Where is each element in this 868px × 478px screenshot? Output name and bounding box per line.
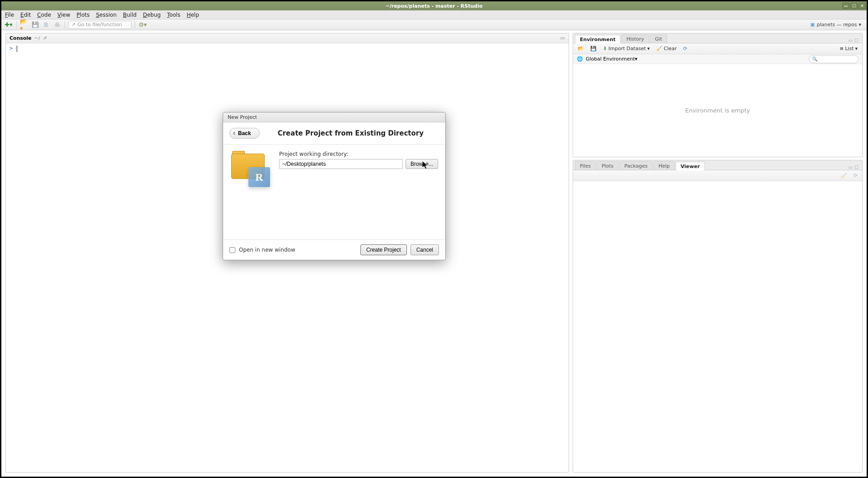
project-label: planets — repos	[817, 22, 857, 28]
maximize-button[interactable]: ☐	[850, 3, 858, 9]
tab-history[interactable]: History	[621, 34, 649, 43]
refresh-icon[interactable]: ⟳	[681, 45, 689, 52]
files-pane: Files Plots Packages Help Viewer ▭ ☐ 🧹 ⟳	[573, 160, 863, 473]
cancel-button[interactable]: Cancel	[411, 244, 439, 255]
separator	[135, 21, 135, 28]
clear-button[interactable]: 🧹 Clear	[654, 45, 679, 52]
menu-plots[interactable]: Plots	[77, 12, 90, 18]
env-save-icon[interactable]: 💾	[588, 45, 598, 52]
menu-view[interactable]: View	[57, 12, 70, 18]
save-icon[interactable]: 💾	[31, 21, 40, 29]
viewer-refresh-icon[interactable]: ⟳	[852, 172, 859, 179]
tab-git[interactable]: Git	[650, 34, 667, 43]
viewer-clear-icon[interactable]: 🧹	[839, 172, 849, 179]
goto-file-input[interactable]: ↗ Go to file/function	[68, 21, 131, 29]
globe-icon: 🌐	[577, 56, 583, 62]
env-open-icon[interactable]: 📂	[576, 45, 586, 52]
scope-label: Global Environment	[586, 56, 635, 62]
open-new-window-label: Open in new window	[239, 247, 295, 253]
console-prompt: >	[9, 45, 13, 52]
menu-file[interactable]: File	[5, 12, 14, 18]
tab-viewer[interactable]: Viewer	[676, 162, 705, 170]
save-all-icon[interactable]: 🗎	[42, 21, 51, 29]
view-mode-button[interactable]: ≡ List▾	[838, 45, 859, 52]
env-empty-message: Environment is empty	[573, 64, 862, 157]
open-file-icon[interactable]: 📂▾	[20, 21, 29, 29]
folder-r-icon: R	[230, 151, 271, 192]
viewer-toolbar: 🧹 ⟳	[573, 170, 862, 181]
addins-icon[interactable]: ⚙▾	[138, 21, 147, 29]
new-file-icon[interactable]: ✚▾	[4, 21, 13, 29]
pane-collapse-icon[interactable]: ▭	[849, 165, 853, 170]
dialog-title: New Project	[223, 112, 445, 122]
menu-debug[interactable]: Debug	[143, 12, 160, 18]
console-header: Console ~/ ⇗ ▭	[6, 33, 569, 43]
console-link-icon[interactable]: ⇗	[43, 35, 47, 41]
window-title: ~/repos/planets - master - RStudio	[386, 3, 483, 9]
pane-maximize-icon[interactable]: ☐	[854, 165, 859, 170]
tab-environment[interactable]: Environment	[575, 35, 621, 43]
console-cursor	[17, 46, 17, 52]
list-label: List	[845, 46, 854, 52]
minimize-button[interactable]: —	[842, 3, 849, 9]
import-dataset-button[interactable]: ⬇ Import Dataset▾	[601, 45, 652, 52]
dialog-heading: Create Project from Existing Directory	[278, 129, 424, 137]
pane-maximize-icon[interactable]: ☐	[854, 38, 859, 43]
menu-build[interactable]: Build	[123, 12, 136, 18]
browse-button[interactable]: Browse...	[406, 159, 438, 169]
env-toolbar: 📂 💾 ⬇ Import Dataset▾ 🧹 Clear ⟳ ≡ List▾	[573, 43, 862, 54]
env-scope-dropdown[interactable]: Global Environment▾	[586, 56, 637, 62]
console-path: ~/	[34, 35, 40, 41]
menu-code[interactable]: Code	[37, 12, 51, 18]
goto-placeholder: Go to file/function	[77, 22, 122, 28]
minimize-pane-icon[interactable]: ▭	[560, 35, 565, 41]
print-icon[interactable]: 🖶	[52, 21, 61, 29]
chevron-down-icon: ▾	[859, 22, 861, 28]
tab-help[interactable]: Help	[653, 161, 675, 170]
separator	[16, 21, 17, 28]
separator	[65, 21, 65, 28]
tab-packages[interactable]: Packages	[620, 161, 653, 170]
project-icon: ▣	[810, 22, 815, 28]
environment-pane: Environment History Git ▭ ☐ 📂 💾 ⬇ Import…	[573, 33, 863, 157]
files-tabs: Files Plots Packages Help Viewer ▭ ☐	[573, 160, 862, 170]
menu-session[interactable]: Session	[96, 12, 117, 18]
broom-icon: 🧹	[656, 46, 663, 52]
search-icon: 🔍	[812, 56, 817, 61]
pane-collapse-icon[interactable]: ▭	[849, 38, 853, 43]
env-scope-row: 🌐 Global Environment▾ 🔍	[573, 54, 862, 64]
import-label: Import Dataset	[608, 46, 646, 52]
env-search-input[interactable]: 🔍	[809, 55, 859, 63]
env-tabs: Environment History Git ▭ ☐	[573, 33, 862, 43]
menu-help[interactable]: Help	[187, 12, 199, 18]
goto-arrow-icon: ↗	[71, 22, 75, 28]
import-icon: ⬇	[603, 46, 607, 52]
new-project-dialog: New Project Back Create Project from Exi…	[223, 112, 446, 260]
directory-label: Project working directory:	[279, 151, 438, 157]
main-toolbar: ✚▾ 📂▾ 💾 🗎 🖶 ↗ Go to file/function ⚙▾ ▣ p…	[1, 19, 867, 30]
close-button[interactable]: ✕	[859, 3, 866, 9]
clear-label: Clear	[664, 46, 677, 52]
directory-input[interactable]	[279, 159, 403, 169]
open-new-window-checkbox[interactable]	[229, 247, 235, 253]
menu-bar: File Edit Code View Plots Session Build …	[1, 10, 867, 19]
tab-files[interactable]: Files	[575, 161, 596, 170]
tab-plots[interactable]: Plots	[597, 161, 618, 170]
title-bar: ~/repos/planets - master - RStudio — ☐ ✕	[1, 1, 867, 10]
create-project-button[interactable]: Create Project	[360, 244, 407, 255]
open-new-window-option[interactable]: Open in new window	[229, 247, 295, 253]
console-title: Console	[9, 35, 32, 41]
back-button[interactable]: Back	[229, 128, 260, 139]
menu-edit[interactable]: Edit	[20, 12, 31, 18]
project-menu[interactable]: ▣ planets — repos ▾	[807, 22, 864, 28]
menu-tools[interactable]: Tools	[167, 12, 181, 18]
